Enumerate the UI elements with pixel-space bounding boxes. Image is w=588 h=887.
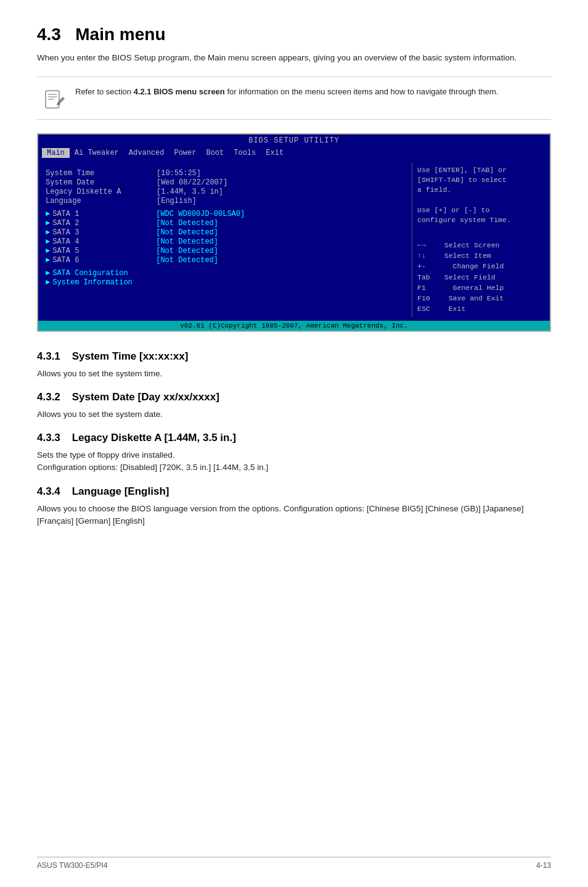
bios-key-legend: ←→ Select Screen ↑↓ Select Item +- Chang… <box>417 240 542 315</box>
subsection-431-text: Allows you to set the system time. <box>37 368 551 380</box>
bios-menu-main[interactable]: Main <box>42 148 70 158</box>
section-title: 4.3 Main menu <box>37 25 551 44</box>
footer-left: ASUS TW300-E5/PI4 <box>37 861 108 870</box>
subsection-431: 4.3.1 System Time [xx:xx:xx] Allows you … <box>37 350 551 380</box>
bios-body: System Time [10:55:25] System Date [Wed … <box>38 159 550 320</box>
subsection-432-text: Allows you to set the system date. <box>37 408 551 421</box>
bios-footer: v02.61 (C)Copyright 1985-2007, American … <box>38 321 550 331</box>
subsection-433-text: Sets the type of floppy drive installed.… <box>37 449 551 474</box>
bios-title-bar: BIOS SETUP UTILITY <box>38 134 550 147</box>
bios-sata-config: ► SATA Coniguration <box>46 269 407 278</box>
bios-menu-advanced[interactable]: Advanced <box>124 148 169 158</box>
bios-system-info: ► System Information <box>46 278 407 287</box>
note-box: Refer to section 4.2.1 BIOS menu screen … <box>37 76 551 120</box>
bios-menu-tools[interactable]: Tools <box>229 148 261 158</box>
bios-sata2: ► SATA 2 [Not Detected] <box>46 219 407 228</box>
bios-sata3: ► SATA 3 [Not Detected] <box>46 228 407 237</box>
note-text: Refer to section 4.2.1 BIOS menu screen … <box>75 86 498 98</box>
bios-menu-boot[interactable]: Boot <box>201 148 229 158</box>
bios-menu-aitweaker[interactable]: Ai Tweaker <box>70 148 124 158</box>
subsection-433: 4.3.3 Legacy Diskette A [1.44M, 3.5 in.]… <box>37 432 551 474</box>
bios-menu-exit[interactable]: Exit <box>261 148 288 158</box>
bios-menu-power[interactable]: Power <box>169 148 201 158</box>
bios-field-system-time: System Time [10:55:25] <box>46 169 407 178</box>
bios-help-text: Use [ENTER], [TAB] or [SHIFT-TAB] to sel… <box>417 165 542 225</box>
subsection-432-title: 4.3.2 System Date [Day xx/xx/xxxx] <box>37 391 551 403</box>
bios-sata4: ► SATA 4 [Not Detected] <box>46 237 407 246</box>
page-footer: ASUS TW300-E5/PI4 4-13 <box>37 857 551 870</box>
subsection-431-title: 4.3.1 System Time [xx:xx:xx] <box>37 350 551 363</box>
bios-menu-bar: Main Ai Tweaker Advanced Power Boot Tool… <box>38 147 550 159</box>
bios-field-language: Language [English] <box>46 197 407 205</box>
bios-sata6: ► SATA 6 [Not Detected] <box>46 256 407 265</box>
subsection-434-text: Allows you to choose the BIOS language v… <box>37 503 551 528</box>
footer-right: 4-13 <box>536 861 551 870</box>
bios-sata5: ► SATA 5 [Not Detected] <box>46 247 407 255</box>
bios-sata1: ► SATA 1 [WDC WD800JD-00LSA0] <box>46 210 407 218</box>
subsection-434: 4.3.4 Language [English] Allows you to c… <box>37 485 551 528</box>
section-intro: When you enter the BIOS Setup program, t… <box>37 52 551 64</box>
bios-field-system-date: System Date [Wed 08/22/2007] <box>46 178 407 187</box>
subsection-433-title: 4.3.3 Legacy Diskette A [1.44M, 3.5 in.] <box>37 432 551 444</box>
subsection-432: 4.3.2 System Date [Day xx/xx/xxxx] Allow… <box>37 391 551 421</box>
bios-right-panel: Use [ENTER], [TAB] or [SHIFT-TAB] to sel… <box>412 163 547 316</box>
bios-field-legacy-diskette: Legacy Diskette A [1.44M, 3.5 in] <box>46 188 407 196</box>
subsection-434-title: 4.3.4 Language [English] <box>37 485 551 498</box>
bios-left-panel: System Time [10:55:25] System Date [Wed … <box>41 163 412 316</box>
bios-screen: BIOS SETUP UTILITY Main Ai Tweaker Advan… <box>37 133 551 331</box>
note-icon <box>43 87 67 110</box>
